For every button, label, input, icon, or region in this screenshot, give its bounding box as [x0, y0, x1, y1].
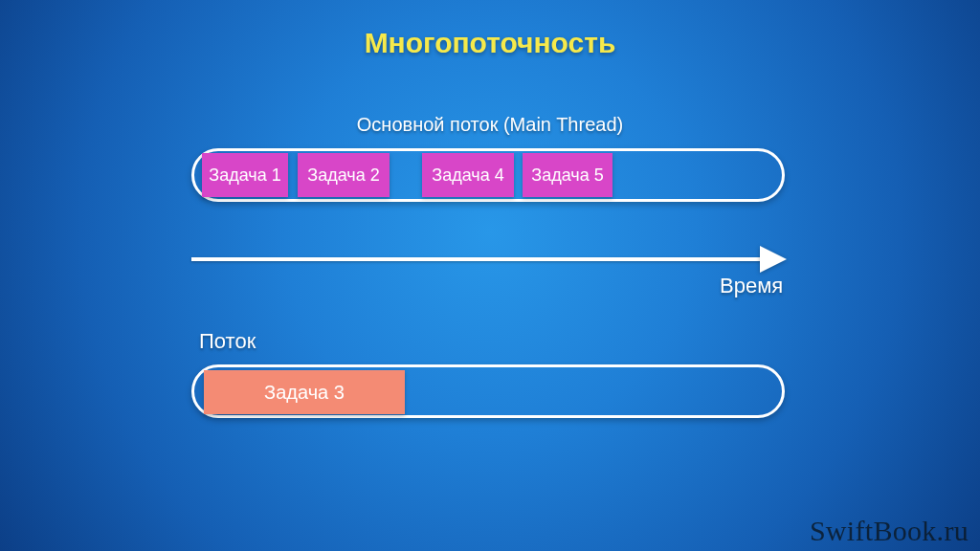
main-thread-label: Основной поток (Main Thread) [0, 114, 980, 136]
arrow-shaft [191, 257, 766, 261]
task-2: Задача 2 [298, 153, 390, 197]
task-4: Задача 4 [422, 153, 514, 197]
task-5: Задача 5 [523, 153, 612, 197]
task-3: Задача 3 [204, 370, 405, 414]
time-axis-label: Время [720, 274, 783, 298]
secondary-thread-bar: Задача 3 [191, 364, 785, 418]
arrow-head-icon [760, 246, 787, 273]
time-arrow [191, 248, 785, 271]
watermark: SwiftBook.ru [810, 515, 969, 547]
secondary-thread-label: Поток [199, 329, 256, 354]
task-1: Задача 1 [202, 153, 288, 197]
main-thread-bar: Задача 1 Задача 2 Задача 4 Задача 5 [191, 148, 785, 202]
slide-title: Многопоточность [0, 27, 980, 59]
